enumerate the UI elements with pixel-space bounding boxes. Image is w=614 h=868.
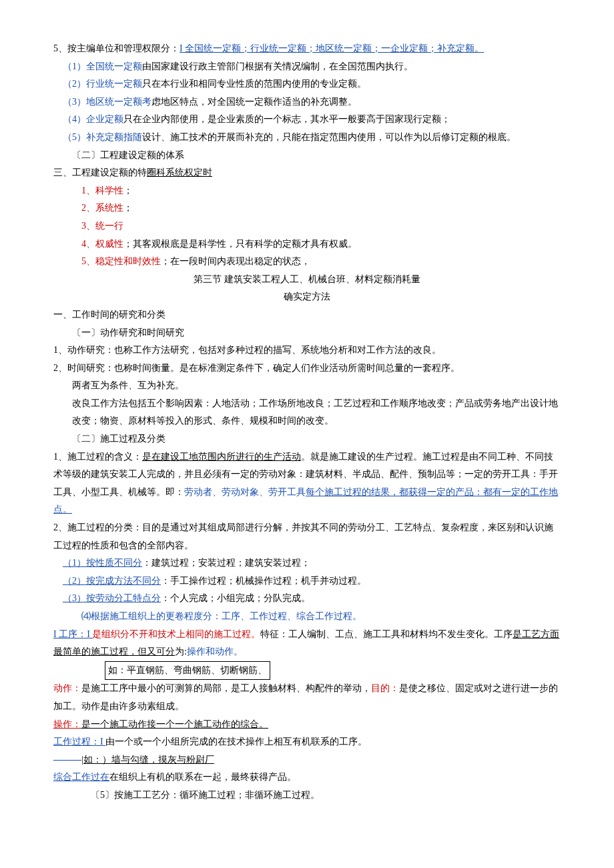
item-2: （2）按完成方法不同分：手工操作过程；机械操作过程；机手并动过程。	[53, 572, 561, 590]
boxed-text: 如：平直钢筋、弯曲钢筋、切断钢筋、	[105, 661, 270, 681]
text: 特征：工人编制、工点、施工工具和材料均不发生变化。工序	[260, 629, 513, 639]
text: （1）按性质不同分	[63, 558, 142, 568]
text: （3）按劳动分工特点分	[63, 593, 161, 603]
num: 2、	[81, 203, 95, 213]
text: 劳动者、劳动对象、劳开工具	[184, 487, 306, 497]
text: 1、施工过程的含义：	[53, 452, 142, 462]
line-icon	[53, 760, 81, 761]
text: 在组织上有机的联系在一起，最终获得产品。	[109, 772, 296, 782]
line-5-5: （5）补充定额指随设计、施工技术的开展而补充的，只能在指定范围内使用，可以作为以…	[53, 129, 561, 147]
text: （2）行业统一定额	[63, 79, 142, 89]
text: 为:	[175, 646, 187, 657]
num: 1、	[81, 185, 95, 195]
line-5: 5、按主编单位和管理权限分：I 全国统一定额；行业统一定额；地区统一定额；一企业…	[53, 40, 561, 58]
text: 由一个或一个小组所完成的在技术操作上相互有机联系的工序。	[105, 737, 367, 747]
text: 系统性	[95, 203, 123, 213]
para-4: 改良工作方法包括五个影响因素：人地活动；工作场所地改良；工艺过程和工作顺序地改变…	[53, 395, 561, 430]
text: 圈科系统权定时	[147, 167, 212, 177]
caozuo: 操作：是一个施工动作接一个一个施工动作的综合。	[53, 716, 561, 734]
dongzuo: 动作：是施工工序中最小的可测算的局部，是工人接触材料、构配件的举动，目的：是使之…	[53, 680, 561, 715]
line-3-1: 1、科学性；	[53, 182, 561, 200]
text: 是组织分不开和技术上相同的施工过程。	[92, 629, 260, 639]
text: 是施工工序中最小的可测算的局部，是工人接触材料、构配件的举动，	[81, 683, 371, 693]
item-3: （3）按劳动分工特点分：个人完成；小组完成；分队完成。	[53, 590, 561, 608]
line-3-5: 5、稳定性和时效性；在一段时间内表现出稳定的状态，	[53, 253, 561, 271]
para-5: 1、施工过程的含义：是在建设工地范围内所进行的生产活动。就是施工建设的生产过程。…	[53, 448, 561, 519]
example-2: |如：）墙与勾缝，摸灰与粉尉厂	[53, 751, 561, 769]
line-three: 三、工程建设定额的特圈科系统权定时	[53, 164, 561, 182]
para-2: 2、时间研究：也称时间衡量。是在标准测定条件下，确定人们作业活动所需时间总量的一…	[53, 360, 561, 378]
num: 5、	[81, 256, 95, 266]
text: 统一行	[95, 221, 123, 231]
line-5-3: （3）地区统一定额考虑地区特点，对全国统一定额作适当的补充调整。	[53, 93, 561, 111]
text: （5）补充定额指随	[63, 132, 142, 142]
line-5-4: （4）企业定额只在企业内部使用，是企业素质的一个标志，其水平一般要高于国家现行定…	[53, 111, 561, 129]
text: 三、工程建设定额的特	[53, 167, 147, 177]
text: 设计、施工技术的开展而补充的，只能在指定范围内使用，可以作为以后修订定额的根底。	[142, 132, 516, 142]
text: 稳定性和时效性	[95, 256, 161, 266]
text: 是一个施工动作接一个一个施工动作的综合。	[81, 719, 268, 729]
text: （3）地区统一定额考	[63, 97, 151, 107]
text: 权威性	[95, 239, 123, 249]
line-5-1: （1）全国统一定额由国家建设行政主管部门根据有关情况编制，在全国范围内执行。	[53, 58, 561, 76]
text: ：个人完成；小组完成；分队完成。	[161, 593, 310, 603]
sub-2: 〔二〕施工过程及分类	[53, 430, 561, 448]
item-5: 〔5〕按施工工艺分：循环施工过程；非循环施工过程。	[53, 787, 561, 805]
text: 虑地区特点，对全国统一定额作适当的补充调整。	[151, 97, 357, 107]
text: ：手工操作过程；机械操作过程；机手并动过程。	[161, 576, 366, 586]
text: ；在一段时间内表现出稳定的状态，	[161, 256, 310, 266]
zonghe: 综合工作过在在组织上有机的联系在一起，最终获得产品。	[53, 769, 561, 787]
gongzuo: 工作过程：I 由一个或一个小组所完成的在技术操作上相互有机联系的工序。	[53, 733, 561, 751]
item-1: （1）按性质不同分：建筑过程；安装过程；建筑安装过程；	[53, 554, 561, 572]
section-subtitle: 确实定方法	[53, 288, 561, 306]
line-3-2: 2、系统性；	[53, 199, 561, 218]
text: 由国家建设行政主管部门根据有关情况编制，在全国范围内执行。	[142, 61, 413, 71]
text: 综合工作过在	[53, 772, 109, 782]
text: 科学性	[95, 185, 123, 195]
text: 只在本行业和相同专业性质的范围内使用的专业定额。	[142, 79, 366, 89]
example-box: 如：平直钢筋、弯曲钢筋、切断钢筋、	[53, 661, 561, 681]
sub-1: 〔一〕动作研究和时间研究	[53, 324, 561, 342]
text: |如：）墙与勾缝，摸灰与粉尉厂	[81, 755, 214, 765]
line-3-3: 3、统一行	[53, 218, 561, 236]
text: 是在建设工地范围内所进行的生产活动	[142, 452, 301, 462]
text: ；	[123, 203, 133, 213]
text: 动作：	[53, 683, 81, 693]
item-4: ⑷根据施工组织上的更卷程度分：工序、工作过程、综合工作过程。	[53, 608, 561, 626]
text: 5、按主编单位和管理权限分：	[53, 43, 180, 53]
line-5-2: （2）行业统一定额只在本行业和相同专业性质的范围内使用的专业定额。	[53, 75, 561, 93]
link-text: I 全国统一定额；行业统一定额；地区统一定额；一企业定额；补充定额。	[180, 43, 484, 53]
text: ；	[123, 185, 133, 195]
text: 操作：	[53, 719, 81, 729]
para-1: 1、动作研究：也称工作方法研究，包括对多种过程的描写、系统地分析和对工作方法的改…	[53, 342, 561, 360]
section-title: 第三节 建筑安装工程人工、机械台班、材料定额消耗量	[53, 271, 561, 289]
text: 只在企业内部使用，是企业素质的一个标志，其水平一般要高于国家现行定额；	[123, 114, 450, 124]
heading-1: 一、工作时间的研究和分类	[53, 306, 561, 324]
text: 操作和动作。	[187, 646, 243, 657]
text: I 工序：I	[53, 629, 92, 639]
text: （1）全国统一定额	[63, 61, 142, 71]
num: 3、	[81, 221, 95, 231]
text: 目的：	[371, 683, 399, 693]
text: （2）按完成方法不同分	[63, 576, 161, 586]
gongxu: I 工序：I 是组织分不开和技术上相同的施工过程。特征：工人编制、工点、施工工具…	[53, 626, 561, 661]
num: 4、	[81, 239, 95, 249]
line-3-4: 4、权威性；其客观根底是是科学性，只有科学的定额才具有权威。	[53, 236, 561, 254]
line-sub2: 〔二〕工程建设定额的体系	[53, 147, 561, 165]
para-3: 两者互为条件、互为补充。	[53, 377, 561, 395]
text: ：建筑过程；安装过程；建筑安装过程；	[142, 558, 310, 568]
text: ；其客观根底是是科学性，只有科学的定额才具有权威。	[123, 239, 357, 249]
text: （4）企业定额	[63, 114, 123, 124]
para-6: 2、施工过程的分类：目的是通过对其组成局部进行分解，并按其不同的劳动分工、工艺特…	[53, 519, 561, 554]
text: 工作过程：I	[53, 737, 105, 747]
